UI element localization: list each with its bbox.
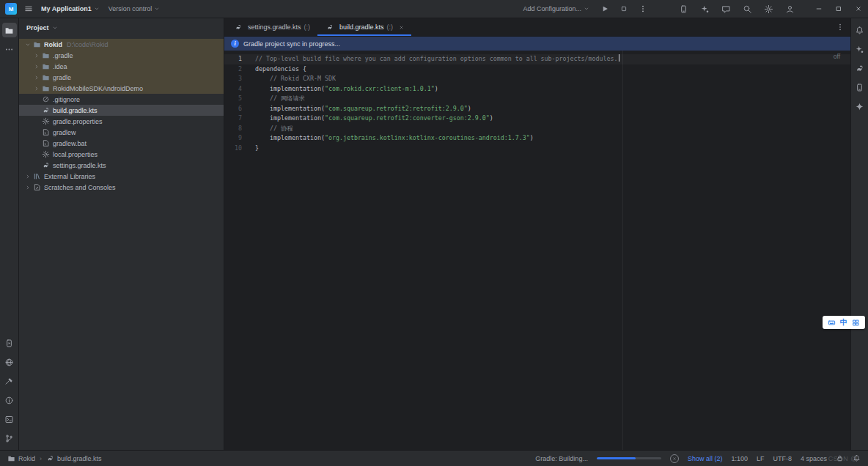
tree-item-gradlew[interactable]: gradlew — [19, 127, 224, 138]
properties-icon — [41, 150, 50, 159]
chevron-right-icon[interactable] — [32, 62, 40, 70]
tab-settings-gradle-kts[interactable]: settings.gradle.kts(:) — [226, 18, 317, 36]
project-folder-icon[interactable] — [2, 23, 17, 37]
run-configuration-label: Add Configuration... — [523, 5, 581, 12]
gradle-status-text: Gradle: Building... — [535, 455, 588, 462]
tree-item-gitignore[interactable]: .gitignore — [19, 94, 224, 105]
tree-item-gradlew-bat[interactable]: gradlew.bat — [19, 138, 224, 149]
tree-item-scratches-and-consoles[interactable]: Scratches and Consoles — [19, 182, 224, 193]
code-line[interactable]: 10} — [224, 144, 850, 154]
minimize-button[interactable] — [809, 0, 828, 18]
chevron-down-icon — [584, 6, 589, 12]
editor-tab-bar: settings.gradle.kts(:)build.gradle.kts(:… — [224, 18, 850, 37]
chevron-right-icon[interactable] — [23, 183, 32, 191]
tree-indent — [32, 95, 40, 103]
tree-item-label: build.gradle.kts — [53, 107, 98, 114]
gradle-icon — [41, 161, 50, 170]
run-button[interactable] — [597, 1, 613, 17]
device-manager-icon[interactable] — [676, 1, 691, 16]
inspections-widget[interactable]: off — [834, 52, 840, 62]
settings-icon[interactable] — [761, 1, 776, 16]
main-menu-icon[interactable] — [21, 1, 37, 17]
status-bar: Rokid›build.gradle.kts Gradle: Building.… — [0, 450, 868, 466]
stop-button[interactable] — [616, 1, 632, 17]
ime-language-indicator[interactable]: 中 — [840, 319, 847, 326]
more-actions-icon[interactable] — [635, 1, 651, 17]
tab-options-icon[interactable] — [836, 18, 845, 36]
search-icon[interactable] — [740, 1, 754, 16]
ai-assistant-icon[interactable] — [697, 1, 712, 16]
tree-item-gradle[interactable]: gradle — [19, 72, 224, 83]
chevron-right-icon[interactable] — [32, 84, 40, 92]
build-icon[interactable] — [2, 374, 17, 388]
ime-grid-icon[interactable] — [852, 319, 860, 327]
device-manager-icon[interactable] — [853, 80, 867, 95]
tree-item-settings-gradle-kts[interactable]: settings.gradle.kts — [19, 160, 224, 171]
tab-build-gradle-kts[interactable]: build.gradle.kts(:) — [317, 18, 411, 36]
tree-item-gradle-properties[interactable]: gradle.properties — [19, 116, 224, 127]
problems-icon[interactable] — [2, 393, 17, 407]
line-number: 8 — [224, 124, 255, 134]
gradle-icon[interactable] — [853, 61, 867, 75]
tree-item-label: .gitignore — [53, 96, 80, 103]
code-line[interactable]: 8 // 协程 — [224, 124, 850, 134]
running-devices-icon[interactable] — [2, 336, 17, 350]
ai-assistant-icon[interactable] — [853, 42, 867, 56]
code-line[interactable]: 4 implementation("com.rokid.cxr:client-m… — [224, 84, 850, 95]
code-line[interactable]: 5 // 网络请求 — [224, 94, 850, 104]
code-editor[interactable]: off 1// Top-level build file where you c… — [224, 51, 850, 450]
ime-keyboard-icon[interactable] — [828, 319, 836, 327]
code-line[interactable]: 7 implementation("com.squareup.retrofit2… — [224, 114, 850, 124]
lock-icon[interactable] — [836, 454, 844, 462]
close-button[interactable] — [848, 0, 868, 18]
version-control-icon[interactable] — [2, 431, 17, 445]
code-line[interactable]: 9 implementation("org.jetbrains.kotlinx:… — [224, 133, 850, 144]
indent-widget[interactable]: 4 spaces — [801, 455, 827, 462]
chevron-down-icon[interactable] — [23, 40, 32, 48]
breadcrumb-item[interactable]: build.gradle.kts — [46, 454, 102, 462]
project-tree: RokidD:\code\Rokid.gradle.ideagradleRoki… — [19, 37, 224, 193]
services-icon[interactable] — [2, 355, 17, 369]
ime-toolbar[interactable]: 中 — [823, 316, 865, 329]
breadcrumb-item[interactable]: Rokid — [7, 454, 35, 462]
code-text: dependencies { — [255, 64, 306, 75]
tree-item-build-gradle-kts[interactable]: build.gradle.kts — [19, 105, 224, 116]
gradle-progress-bar — [597, 457, 661, 459]
vcs-selector[interactable]: Version control — [104, 3, 165, 15]
terminal-icon[interactable] — [2, 412, 17, 426]
maximize-button[interactable] — [828, 0, 848, 18]
encoding-widget[interactable]: UTF-8 — [773, 455, 792, 462]
profile-icon[interactable] — [782, 1, 797, 16]
line-separator-widget[interactable]: LF — [757, 455, 765, 462]
chevron-down-icon[interactable] — [52, 25, 58, 31]
tree-indent — [32, 150, 40, 158]
tree-item-label: settings.gradle.kts — [53, 162, 106, 169]
close-tab-icon[interactable] — [399, 25, 404, 30]
margin-guide — [622, 51, 623, 450]
tree-item-gradle[interactable]: .gradle — [19, 50, 224, 61]
chat-icon[interactable] — [718, 1, 733, 16]
tree-item-rokid[interactable]: RokidD:\code\Rokid — [19, 39, 224, 50]
code-line[interactable]: 3 // Rokid CXR-M SDK — [224, 74, 850, 84]
vcs-selector-label: Version control — [108, 5, 152, 12]
gemini-icon[interactable] — [853, 99, 867, 114]
notifications-icon[interactable] — [853, 23, 867, 37]
project-panel-title: Project — [26, 24, 49, 32]
project-selector[interactable]: My Application1 — [37, 3, 104, 15]
chevron-right-icon[interactable] — [32, 51, 40, 59]
chevron-right-icon[interactable] — [23, 172, 32, 180]
tree-item-rokidmobilesdkandroiddemo[interactable]: RokidMobileSDKAndroidDemo — [19, 83, 224, 94]
cancel-sync-button[interactable] — [670, 454, 679, 463]
code-line[interactable]: 6 implementation("com.squareup.retrofit2… — [224, 104, 850, 114]
tree-item-external-libraries[interactable]: External Libraries — [19, 171, 224, 182]
code-line[interactable]: 1// Top-level build file where you can a… — [224, 54, 850, 64]
chevron-right-icon[interactable] — [32, 73, 40, 81]
tree-item-idea[interactable]: .idea — [19, 61, 224, 72]
code-line[interactable]: 2dependencies { — [224, 64, 850, 75]
show-all-link[interactable]: Show all (2) — [688, 455, 723, 462]
caret-position-widget[interactable]: 1:100 — [731, 455, 748, 462]
more-icon[interactable] — [2, 42, 17, 56]
run-configuration-selector[interactable]: Add Configuration... — [518, 3, 594, 15]
notifications-icon[interactable] — [853, 454, 861, 462]
tree-item-local-properties[interactable]: local.properties — [19, 149, 224, 160]
